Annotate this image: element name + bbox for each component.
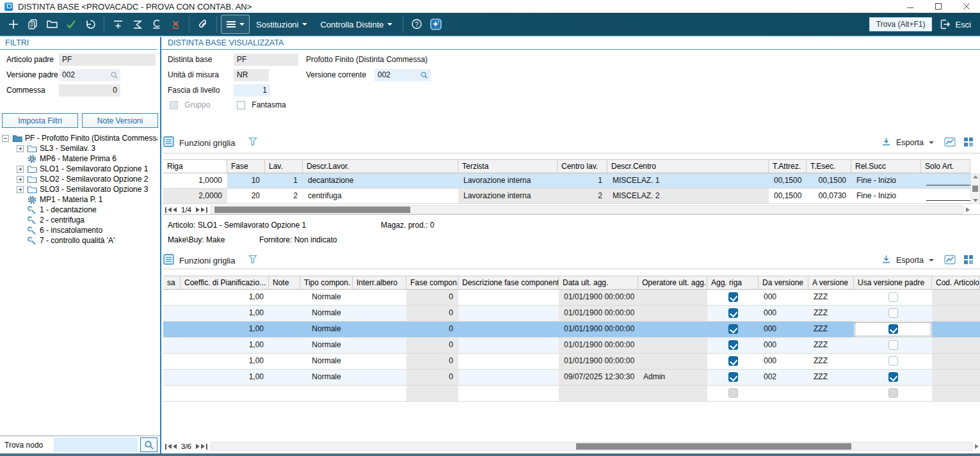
scroll-down-icon[interactable] <box>973 199 978 202</box>
grid-cell[interactable] <box>854 386 932 401</box>
grid-row[interactable]: 1,00Normale009/07/2025 12:30:30Admin002Z… <box>163 370 980 386</box>
grid-cell[interactable] <box>921 173 970 188</box>
grid-cell[interactable]: Normale <box>300 370 353 385</box>
grid-cell[interactable]: 01/01/1900 00:00:00 <box>559 322 638 337</box>
column-header-terzista[interactable]: Terzista <box>458 159 558 173</box>
grid2-export-button[interactable]: Esporta <box>896 256 924 265</box>
last-page-icon[interactable] <box>206 444 207 450</box>
grid1-functions-label[interactable]: Funzioni griglia <box>179 138 235 148</box>
last-page-icon[interactable] <box>201 444 205 449</box>
grid-cell[interactable] <box>163 338 181 353</box>
grid-cell[interactable] <box>458 306 559 321</box>
download-icon[interactable] <box>881 137 891 148</box>
scroll-up-icon[interactable] <box>973 175 978 178</box>
grid-cell[interactable]: 1,00 <box>181 370 269 385</box>
grid-cell[interactable] <box>458 370 559 385</box>
column-header-centro-lav-[interactable]: Centro lav. <box>558 159 607 173</box>
commessa-field[interactable]: 0 <box>59 84 120 97</box>
grid-cell[interactable]: 1,00 <box>181 338 269 353</box>
horizontal-scrollbar[interactable] <box>211 205 963 214</box>
scroll-thumb[interactable] <box>576 443 851 450</box>
grid-cell[interactable] <box>406 386 458 401</box>
assistant-sparkle-icon[interactable] <box>426 15 446 33</box>
filter-funnel-icon[interactable] <box>248 254 258 267</box>
tree-node[interactable]: 2 - centrifuga <box>0 215 157 225</box>
grid-cell[interactable] <box>458 338 559 353</box>
grid-cell[interactable] <box>707 306 759 321</box>
grid-cell[interactable]: 01/01/1900 00:00:00 <box>559 338 638 353</box>
column-header-descr-lavor-[interactable]: Descr.Lavor. <box>303 159 458 173</box>
column-header-data-ult-agg-[interactable]: Data ult. agg. <box>559 276 638 290</box>
grid-cell[interactable] <box>707 354 759 369</box>
grid-cell[interactable]: 01/01/1900 00:00:00 <box>559 306 638 321</box>
close-icon[interactable] <box>962 2 971 11</box>
grid-cell[interactable] <box>854 306 932 321</box>
grid-cell[interactable]: 002 <box>759 370 808 385</box>
grid-cell[interactable]: 2 <box>558 189 607 203</box>
row-revert-icon[interactable] <box>147 15 166 33</box>
grid-cell[interactable]: MISCELAZ. 2 <box>607 189 769 203</box>
grid-cell[interactable] <box>163 370 181 385</box>
grid-cell[interactable] <box>707 370 759 385</box>
grid-cell[interactable] <box>269 290 300 305</box>
grid-cell[interactable] <box>353 370 406 385</box>
grid-cell[interactable] <box>638 386 707 401</box>
grid-cell[interactable] <box>638 338 707 353</box>
undo-icon[interactable] <box>81 15 100 33</box>
tree-node[interactable]: SLO2 - Semilavorato Opzione 2 <box>0 174 157 184</box>
column-header-operatore-ult-agg-[interactable]: Operatore ult. agg. <box>638 276 707 290</box>
grid-cell[interactable] <box>458 322 559 337</box>
filter-funnel-icon[interactable] <box>248 136 258 149</box>
grid-cell[interactable] <box>638 322 707 337</box>
grid-cell[interactable]: 0 <box>406 338 458 353</box>
grid-cell[interactable] <box>163 306 181 321</box>
grid-cell[interactable] <box>932 386 980 401</box>
column-header-riga[interactable]: Riga <box>163 159 227 173</box>
grid-row[interactable]: 1,00Normale001/01/1900 00:00:00000ZZZ <box>163 306 980 322</box>
grid-cell[interactable] <box>854 354 932 369</box>
grid-cell[interactable] <box>353 306 406 321</box>
checkbox[interactable] <box>888 308 898 318</box>
first-page-icon[interactable] <box>168 207 172 212</box>
maximize-icon[interactable] <box>934 2 943 11</box>
grid-cell[interactable] <box>163 290 181 305</box>
grid-cell[interactable] <box>707 290 759 305</box>
grid-cell[interactable]: 0 <box>406 354 458 369</box>
column-header-descr-centro[interactable]: Descr.Centro <box>607 159 769 173</box>
grid-cell[interactable] <box>808 386 854 401</box>
copy-icon[interactable] <box>23 15 42 33</box>
checkbox[interactable] <box>888 292 898 302</box>
expand-icon[interactable] <box>17 176 24 183</box>
grid-cell[interactable] <box>707 386 759 401</box>
grid-cell[interactable] <box>932 306 980 321</box>
grid-cell[interactable] <box>269 322 300 337</box>
expand-icon[interactable] <box>17 166 24 173</box>
grid-cell[interactable]: 2,0000 <box>163 189 227 203</box>
imposta-filtri-button[interactable]: Imposta Filtri <box>2 113 78 128</box>
row-delete-icon[interactable] <box>166 15 185 33</box>
grid-cell[interactable] <box>300 386 353 401</box>
grid-cell[interactable]: 0 <box>406 290 458 305</box>
last-page-icon[interactable] <box>196 444 200 449</box>
grid-cell[interactable]: 000 <box>759 338 808 353</box>
grid-cell[interactable] <box>458 290 559 305</box>
tree-node[interactable]: SLO3 - Semilavorato Opzione 3 <box>0 184 157 194</box>
checkbox[interactable] <box>888 324 898 334</box>
first-page-icon[interactable] <box>173 444 177 449</box>
first-page-icon[interactable] <box>165 207 166 213</box>
grid-cell[interactable]: 1,00 <box>181 322 269 337</box>
grid-cell[interactable] <box>269 386 300 401</box>
grid2-functions-label[interactable]: Funzioni griglia <box>179 256 235 265</box>
last-page-icon[interactable] <box>206 207 207 213</box>
grid-cell[interactable]: 09/07/2025 12:30:30 <box>559 370 638 385</box>
scroll-thumb[interactable] <box>214 207 410 213</box>
expand-icon[interactable] <box>17 145 24 152</box>
grid-cell[interactable] <box>932 322 980 337</box>
grid-cell[interactable]: centrifuga <box>303 189 458 203</box>
download-icon[interactable] <box>881 255 891 266</box>
grid-cell[interactable]: ZZZ <box>808 322 854 337</box>
help-icon[interactable]: ? <box>407 15 426 33</box>
grid-cell[interactable] <box>707 322 759 337</box>
horizontal-scrollbar[interactable] <box>211 442 972 451</box>
grid-cell[interactable]: 00,1500 <box>769 189 807 203</box>
